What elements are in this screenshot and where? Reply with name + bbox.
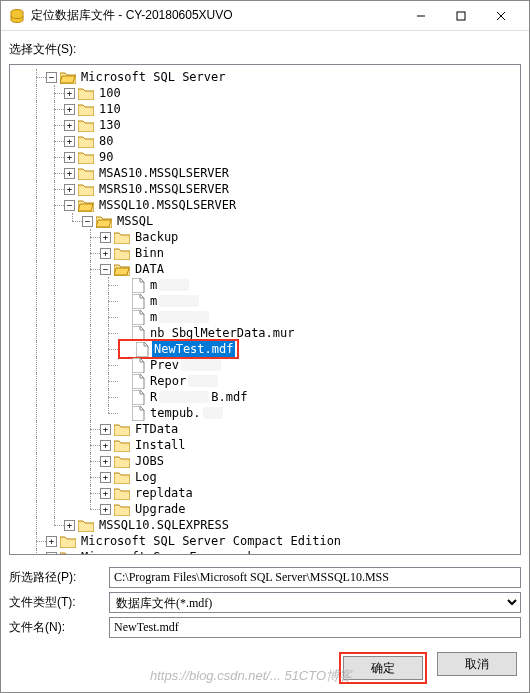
tree-expander[interactable]: −: [46, 72, 57, 83]
tree-row[interactable]: +Log: [10, 469, 520, 485]
tree-row[interactable]: −DATA: [10, 261, 520, 277]
tree-expander[interactable]: +: [64, 104, 75, 115]
select-file-label: 选择文件(S):: [9, 41, 521, 58]
cancel-button[interactable]: 取消: [437, 652, 517, 676]
selected-path-label: 所选路径(P):: [9, 569, 109, 586]
tree-row[interactable]: RB.mdf: [10, 389, 520, 405]
tree-row[interactable]: +MSSQL10.SQLEXPRESS: [10, 517, 520, 533]
file-type-label: 文件类型(T):: [9, 594, 109, 611]
tree-row[interactable]: −Microsoft SQL Server: [10, 69, 520, 85]
tree-expander[interactable]: +: [100, 232, 111, 243]
tree-item-label[interactable]: MSAS10.MSSQLSERVER: [97, 165, 231, 181]
tree-item-label[interactable]: MSRS10.MSSQLSERVER: [97, 181, 231, 197]
tree-row[interactable]: m: [10, 293, 520, 309]
tree-item-label[interactable]: 110: [97, 101, 123, 117]
tree-expander[interactable]: +: [100, 456, 111, 467]
tree-item-label[interactable]: Backup: [133, 229, 180, 245]
close-button[interactable]: [481, 2, 521, 30]
tree-row[interactable]: +JOBS: [10, 453, 520, 469]
tree-item-label[interactable]: Upgrade: [133, 501, 188, 517]
minimize-button[interactable]: [401, 2, 441, 30]
tree-expander[interactable]: +: [100, 248, 111, 259]
file-name-label: 文件名(N):: [9, 619, 109, 636]
tree-item-label[interactable]: m: [148, 277, 159, 293]
tree-row[interactable]: −MSSQL10.MSSQLSERVER: [10, 197, 520, 213]
tree-expander[interactable]: +: [64, 88, 75, 99]
titlebar: 定位数据库文件 - CY-20180605XUVO: [1, 1, 529, 31]
tree-item-label[interactable]: Binn: [133, 245, 166, 261]
tree-item-label[interactable]: NewTest.mdf: [152, 341, 235, 357]
tree-item-label[interactable]: MSSQL: [115, 213, 155, 229]
tree-expander[interactable]: +: [64, 168, 75, 179]
tree-item-label[interactable]: Log: [133, 469, 159, 485]
tree-expander[interactable]: +: [100, 440, 111, 451]
tree-row[interactable]: +MSRS10.MSSQLSERVER: [10, 181, 520, 197]
tree-item-label[interactable]: Install: [133, 437, 188, 453]
tree-item-label[interactable]: R: [148, 389, 159, 405]
tree-expander[interactable]: −: [64, 200, 75, 211]
tree-expander[interactable]: +: [64, 152, 75, 163]
tree-row[interactable]: +100: [10, 85, 520, 101]
tree-expander[interactable]: +: [64, 184, 75, 195]
file-name-field[interactable]: NewTest.mdf: [109, 617, 521, 638]
tree-row[interactable]: Prev: [10, 357, 520, 373]
tree-row[interactable]: +Backup: [10, 229, 520, 245]
tree-expander[interactable]: +: [64, 136, 75, 147]
tree-item-label[interactable]: Microsoft SQL Server: [79, 69, 228, 85]
tree-expander[interactable]: +: [100, 504, 111, 515]
tree-row[interactable]: m: [10, 309, 520, 325]
tree-item-label[interactable]: Prev: [148, 357, 181, 373]
tree-row[interactable]: +Install: [10, 437, 520, 453]
tree-row[interactable]: nb_SbglMeterData.mur: [10, 325, 520, 341]
tree-expander[interactable]: +: [46, 536, 57, 547]
tree-row[interactable]: +90: [10, 149, 520, 165]
tree-item-label[interactable]: DATA: [133, 261, 166, 277]
tree-expander[interactable]: +: [100, 472, 111, 483]
tree-row[interactable]: tempub.: [10, 405, 520, 421]
tree-item-label[interactable]: MSSQL10.MSSQLSERVER: [97, 197, 238, 213]
tree-row[interactable]: −MSSQL: [10, 213, 520, 229]
tree-item-label[interactable]: repldata: [133, 485, 195, 501]
tree-row[interactable]: +FTData: [10, 421, 520, 437]
tree-item-label[interactable]: Microsoft SQL Server Compact Edition: [79, 533, 343, 549]
selected-path-field[interactable]: C:\Program Files\Microsoft SQL Server\MS…: [109, 567, 521, 588]
database-icon: [9, 8, 25, 24]
tree-item-label[interactable]: tempub.: [148, 405, 203, 421]
tree-row[interactable]: +MSAS10.MSSQLSERVER: [10, 165, 520, 181]
maximize-button[interactable]: [441, 2, 481, 30]
tree-item-label[interactable]: 100: [97, 85, 123, 101]
tree-row[interactable]: +80: [10, 133, 520, 149]
tree-expander[interactable]: +: [100, 488, 111, 499]
window-title: 定位数据库文件 - CY-20180605XUVO: [31, 7, 401, 24]
tree-item-label[interactable]: FTData: [133, 421, 180, 437]
svg-rect-2: [457, 12, 465, 20]
file-tree[interactable]: −Microsoft SQL Server+100+110+130+80+90+…: [9, 64, 521, 555]
tree-expander[interactable]: +: [64, 120, 75, 131]
file-type-select[interactable]: 数据库文件(*.mdf): [109, 592, 521, 613]
tree-row[interactable]: +130: [10, 117, 520, 133]
tree-item-label[interactable]: 130: [97, 117, 123, 133]
tree-item-label[interactable]: MSSQL10.SQLEXPRESS: [97, 517, 231, 533]
tree-item-label[interactable]: 90: [97, 149, 115, 165]
tree-item-label[interactable]: JOBS: [133, 453, 166, 469]
tree-expander[interactable]: +: [64, 520, 75, 531]
tree-expander[interactable]: +: [100, 424, 111, 435]
tree-row[interactable]: NewTest.mdf: [10, 341, 520, 357]
tree-row[interactable]: +Upgrade: [10, 501, 520, 517]
tree-item-label[interactable]: m: [148, 293, 159, 309]
ok-button-highlight: 确定: [339, 652, 427, 684]
tree-row[interactable]: Repor: [10, 373, 520, 389]
tree-row[interactable]: +Microsoft SQL Server Compact Edition: [10, 533, 520, 549]
tree-item-label[interactable]: 80: [97, 133, 115, 149]
tree-row[interactable]: +110: [10, 101, 520, 117]
tree-row[interactable]: m: [10, 277, 520, 293]
tree-expander[interactable]: −: [82, 216, 93, 227]
tree-expander[interactable]: −: [100, 264, 111, 275]
tree-item-label[interactable]: m: [148, 309, 159, 325]
tree-row[interactable]: +Binn: [10, 245, 520, 261]
tree-row[interactable]: +repldata: [10, 485, 520, 501]
tree-item-label[interactable]: Repor: [148, 373, 188, 389]
ok-button[interactable]: 确定: [343, 656, 423, 680]
